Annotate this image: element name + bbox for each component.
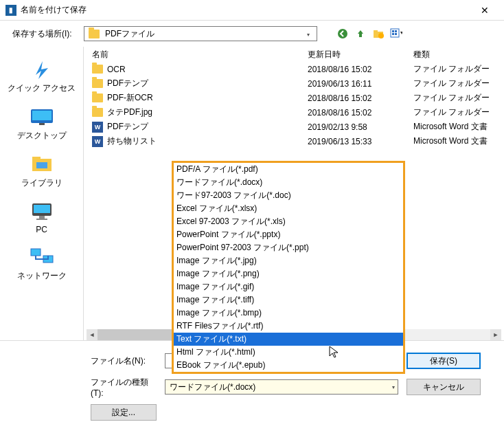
file-name: PDFテンプ bbox=[107, 78, 148, 89]
word-doc-icon: W bbox=[92, 136, 103, 147]
svg-rect-5 bbox=[392, 30, 394, 32]
titlebar: ▮ 名前を付けて保存 ✕ bbox=[0, 0, 504, 21]
table-row[interactable]: PDF-新OCR2018/08/16 15:02ファイル フォルダー bbox=[84, 91, 504, 105]
filename-label: ファイル名(N): bbox=[91, 355, 157, 367]
filetype-option[interactable]: PDF/A ファイル(*.pdf) bbox=[174, 163, 403, 176]
word-doc-icon: W bbox=[92, 122, 103, 133]
svg-rect-16 bbox=[34, 205, 50, 213]
table-row[interactable]: W持ち物リスト2019/06/13 15:33Microsoft Word 文書 bbox=[84, 134, 504, 148]
col-date[interactable]: 更新日時 bbox=[308, 49, 411, 60]
svg-rect-19 bbox=[31, 249, 41, 256]
filetype-option[interactable]: Image ファイル(*.jpg) bbox=[174, 254, 403, 267]
back-icon[interactable] bbox=[336, 27, 349, 40]
filetype-dropdown[interactable]: PDF/A ファイル(*.pdf)ワードファイル(*.docx)ワード97-20… bbox=[172, 161, 405, 374]
scroll-left-button[interactable]: ◄ bbox=[87, 329, 98, 340]
folder-icon bbox=[89, 30, 100, 38]
filetype-option[interactable]: PowerPoint ファイル(*.pptx) bbox=[174, 228, 403, 241]
app-icon: ▮ bbox=[5, 5, 16, 16]
folder-icon bbox=[92, 93, 103, 102]
filetype-combobox[interactable]: ワードファイル(*.docx)▾ bbox=[165, 379, 398, 395]
folder-icon bbox=[92, 79, 103, 88]
pc-icon bbox=[27, 200, 56, 222]
column-headers[interactable]: 名前 更新日時 種類 bbox=[84, 47, 504, 62]
file-name: タテPDF.jpg bbox=[107, 107, 152, 118]
filetype-option[interactable]: Image ファイル(*.png) bbox=[174, 267, 403, 280]
col-name[interactable]: 名前 bbox=[84, 49, 308, 60]
table-row[interactable]: タテPDF.jpg2018/08/16 15:02ファイル フォルダー bbox=[84, 105, 504, 120]
file-type: Microsoft Word 文書 bbox=[411, 135, 504, 147]
file-name: PDFテンプ bbox=[107, 121, 148, 133]
svg-point-3 bbox=[378, 33, 384, 38]
scroll-right-button[interactable]: ► bbox=[490, 329, 501, 340]
settings-button[interactable]: 設定... bbox=[91, 404, 157, 421]
filetype-option[interactable]: Image ファイル(*.bmp) bbox=[174, 307, 403, 320]
svg-rect-8 bbox=[395, 33, 397, 35]
filetype-option[interactable]: Html ファイル(*.html) bbox=[174, 346, 403, 359]
save-button[interactable]: 保存(S) bbox=[406, 353, 481, 369]
place-label: PC bbox=[3, 225, 80, 234]
filetype-option[interactable]: ワードファイル(*.docx) bbox=[174, 176, 403, 189]
close-button[interactable]: ✕ bbox=[471, 5, 499, 16]
location-combobox[interactable]: PDFファイル ▾ bbox=[84, 26, 317, 41]
window-title: 名前を付けて保存 bbox=[21, 4, 471, 16]
filetype-option[interactable]: Image ファイル(*.tiff) bbox=[174, 293, 403, 307]
svg-rect-7 bbox=[392, 33, 394, 35]
svg-rect-13 bbox=[32, 157, 41, 160]
place-label: デスクトップ bbox=[3, 130, 80, 142]
filetype-option[interactable]: Text ファイル(*.txt) bbox=[174, 333, 403, 346]
col-type[interactable]: 種類 bbox=[411, 49, 504, 60]
svg-rect-10 bbox=[32, 111, 51, 120]
file-type: ファイル フォルダー bbox=[411, 78, 504, 89]
desktop-icon bbox=[27, 105, 56, 127]
location-label: 保存する場所(I): bbox=[12, 28, 78, 40]
folder-icon bbox=[92, 108, 103, 117]
chevron-down-icon[interactable]: ▾ bbox=[303, 29, 314, 40]
file-date: 2019/06/13 15:33 bbox=[308, 137, 411, 146]
filetype-option[interactable]: Excel ファイル(*.xlsx) bbox=[174, 202, 403, 215]
file-type: Microsoft Word 文書 bbox=[411, 121, 504, 133]
places-sidebar: クイック アクセスデスクトップライブラリPCネットワーク bbox=[0, 47, 84, 340]
viewmenu-icon[interactable] bbox=[390, 27, 402, 40]
file-type: ファイル フォルダー bbox=[411, 63, 504, 75]
place-pc[interactable]: PC bbox=[0, 195, 83, 240]
filetype-value: ワードファイル(*.docx) bbox=[170, 381, 255, 393]
file-type: ファイル フォルダー bbox=[411, 107, 504, 118]
file-date: 2019/06/13 16:11 bbox=[308, 79, 411, 89]
newfolder-icon[interactable] bbox=[372, 27, 385, 40]
filetype-option[interactable]: EBook ファイル(*.epub) bbox=[174, 359, 403, 372]
location-toolbar: 保存する場所(I): PDFファイル ▾ bbox=[0, 21, 504, 47]
network-icon bbox=[27, 245, 56, 267]
place-label: クイック アクセス bbox=[3, 82, 80, 94]
file-type: ファイル フォルダー bbox=[411, 92, 504, 104]
place-desktop[interactable]: デスクトップ bbox=[0, 100, 83, 147]
table-row[interactable]: OCR2018/08/16 15:02ファイル フォルダー bbox=[84, 62, 504, 76]
svg-rect-6 bbox=[395, 30, 397, 32]
file-date: 2018/08/16 15:02 bbox=[308, 108, 411, 118]
up-icon[interactable] bbox=[354, 27, 367, 40]
place-network[interactable]: ネットワーク bbox=[0, 240, 83, 287]
cancel-button[interactable]: キャンセル bbox=[406, 379, 481, 395]
table-row[interactable]: WPDFテンプ2019/02/13 9:58Microsoft Word 文書 bbox=[84, 120, 504, 134]
file-date: 2019/02/13 9:58 bbox=[308, 122, 411, 132]
file-name: OCR bbox=[107, 65, 126, 74]
location-value: PDFファイル bbox=[105, 28, 154, 40]
svg-rect-11 bbox=[39, 123, 45, 125]
file-name: 持ち物リスト bbox=[107, 135, 157, 147]
folder-icon bbox=[92, 65, 103, 74]
filetype-option[interactable]: ワード97-2003 ファイル(*.doc) bbox=[174, 189, 403, 202]
filetype-label: ファイルの種類(T): bbox=[91, 377, 157, 398]
file-date: 2018/08/16 15:02 bbox=[308, 93, 411, 103]
chevron-down-icon[interactable]: ▾ bbox=[392, 384, 395, 390]
filetype-option[interactable]: Excel 97-2003 ファイル(*.xls) bbox=[174, 215, 403, 228]
place-library[interactable]: ライブラリ bbox=[0, 147, 83, 195]
filetype-option[interactable]: Image ファイル(*.gif) bbox=[174, 280, 403, 293]
svg-rect-17 bbox=[39, 216, 45, 219]
svg-point-0 bbox=[338, 29, 347, 38]
filetype-option[interactable]: PowerPoint 97-2003 ファイル(*.ppt) bbox=[174, 241, 403, 254]
file-name: PDF-新OCR bbox=[107, 92, 153, 104]
place-label: ネットワーク bbox=[3, 270, 80, 282]
place-quick[interactable]: クイック アクセス bbox=[0, 52, 83, 100]
table-row[interactable]: PDFテンプ2019/06/13 16:11ファイル フォルダー bbox=[84, 76, 504, 91]
filetype-option[interactable]: RTF Filesファイル(*.rtf) bbox=[174, 320, 403, 333]
library-icon bbox=[27, 153, 56, 175]
